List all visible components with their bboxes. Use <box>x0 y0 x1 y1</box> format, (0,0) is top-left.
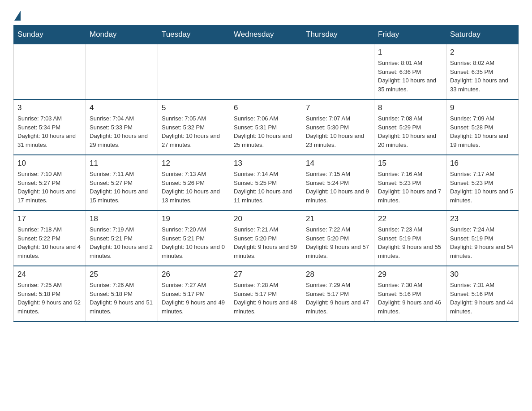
table-row: 2Sunrise: 8:02 AMSunset: 6:35 PMDaylight… <box>446 44 519 99</box>
table-row: 20Sunrise: 7:21 AMSunset: 5:20 PMDayligh… <box>230 210 302 266</box>
day-number: 25 <box>90 270 154 279</box>
day-number: 7 <box>306 103 370 112</box>
table-row <box>230 44 302 99</box>
table-row <box>14 44 86 99</box>
col-tuesday: Tuesday <box>158 26 230 44</box>
day-number: 9 <box>450 103 515 112</box>
table-row: 18Sunrise: 7:19 AMSunset: 5:21 PMDayligh… <box>86 210 158 266</box>
table-row: 29Sunrise: 7:30 AMSunset: 5:16 PMDayligh… <box>374 266 446 321</box>
day-number: 4 <box>90 103 154 112</box>
col-wednesday: Wednesday <box>230 26 302 44</box>
table-row: 4Sunrise: 7:04 AMSunset: 5:33 PMDaylight… <box>86 99 158 155</box>
table-row: 7Sunrise: 7:07 AMSunset: 5:30 PMDaylight… <box>302 99 374 155</box>
table-row: 30Sunrise: 7:31 AMSunset: 5:16 PMDayligh… <box>446 266 519 321</box>
day-info: Sunrise: 8:02 AMSunset: 6:35 PMDaylight:… <box>450 59 515 94</box>
day-info: Sunrise: 7:10 AMSunset: 5:27 PMDaylight:… <box>17 170 82 205</box>
day-number: 8 <box>378 103 442 112</box>
day-number: 2 <box>450 48 515 57</box>
logo <box>13 9 21 21</box>
calendar-table: Sunday Monday Tuesday Wednesday Thursday… <box>13 25 519 322</box>
day-info: Sunrise: 7:03 AMSunset: 5:34 PMDaylight:… <box>17 114 82 149</box>
table-row: 14Sunrise: 7:15 AMSunset: 5:24 PMDayligh… <box>302 155 374 210</box>
day-number: 24 <box>17 270 82 279</box>
day-info: Sunrise: 7:04 AMSunset: 5:33 PMDaylight:… <box>90 114 154 149</box>
table-row: 11Sunrise: 7:11 AMSunset: 5:27 PMDayligh… <box>86 155 158 210</box>
day-number: 15 <box>378 159 442 168</box>
day-info: Sunrise: 7:30 AMSunset: 5:16 PMDaylight:… <box>378 281 442 316</box>
day-number: 13 <box>234 159 298 168</box>
day-info: Sunrise: 7:07 AMSunset: 5:30 PMDaylight:… <box>306 114 370 149</box>
day-info: Sunrise: 7:31 AMSunset: 5:16 PMDaylight:… <box>450 281 515 316</box>
day-info: Sunrise: 7:25 AMSunset: 5:18 PMDaylight:… <box>17 281 82 316</box>
calendar-week-row: 10Sunrise: 7:10 AMSunset: 5:27 PMDayligh… <box>14 155 519 210</box>
day-info: Sunrise: 7:19 AMSunset: 5:21 PMDaylight:… <box>90 225 154 260</box>
day-info: Sunrise: 7:13 AMSunset: 5:26 PMDaylight:… <box>162 170 226 205</box>
day-info: Sunrise: 7:16 AMSunset: 5:23 PMDaylight:… <box>378 170 442 205</box>
day-number: 6 <box>234 103 298 112</box>
day-number: 30 <box>450 270 515 279</box>
table-row: 3Sunrise: 7:03 AMSunset: 5:34 PMDaylight… <box>14 99 86 155</box>
table-row: 10Sunrise: 7:10 AMSunset: 5:27 PMDayligh… <box>14 155 86 210</box>
day-number: 29 <box>378 270 442 279</box>
logo-triangle-icon <box>14 11 21 21</box>
table-row <box>158 44 230 99</box>
day-info: Sunrise: 8:01 AMSunset: 6:36 PMDaylight:… <box>378 59 442 94</box>
day-info: Sunrise: 7:18 AMSunset: 5:22 PMDaylight:… <box>17 225 82 260</box>
table-row: 27Sunrise: 7:28 AMSunset: 5:17 PMDayligh… <box>230 266 302 321</box>
day-number: 23 <box>450 214 515 223</box>
calendar-week-row: 24Sunrise: 7:25 AMSunset: 5:18 PMDayligh… <box>14 266 519 321</box>
day-number: 18 <box>90 214 154 223</box>
table-row: 16Sunrise: 7:17 AMSunset: 5:23 PMDayligh… <box>446 155 519 210</box>
day-info: Sunrise: 7:05 AMSunset: 5:32 PMDaylight:… <box>162 114 226 149</box>
calendar-week-row: 3Sunrise: 7:03 AMSunset: 5:34 PMDaylight… <box>14 99 519 155</box>
table-row: 15Sunrise: 7:16 AMSunset: 5:23 PMDayligh… <box>374 155 446 210</box>
col-sunday: Sunday <box>14 26 86 44</box>
day-number: 17 <box>17 214 82 223</box>
day-number: 26 <box>162 270 226 279</box>
table-row: 12Sunrise: 7:13 AMSunset: 5:26 PMDayligh… <box>158 155 230 210</box>
day-info: Sunrise: 7:06 AMSunset: 5:31 PMDaylight:… <box>234 114 298 149</box>
page-header <box>13 9 519 21</box>
day-number: 21 <box>306 214 370 223</box>
day-info: Sunrise: 7:15 AMSunset: 5:24 PMDaylight:… <box>306 170 370 205</box>
day-info: Sunrise: 7:23 AMSunset: 5:19 PMDaylight:… <box>378 225 442 260</box>
calendar-header-row: Sunday Monday Tuesday Wednesday Thursday… <box>14 26 519 44</box>
day-number: 10 <box>17 159 82 168</box>
table-row <box>302 44 374 99</box>
day-number: 19 <box>162 214 226 223</box>
col-friday: Friday <box>374 26 446 44</box>
day-info: Sunrise: 7:22 AMSunset: 5:20 PMDaylight:… <box>306 225 370 260</box>
calendar-week-row: 1Sunrise: 8:01 AMSunset: 6:36 PMDaylight… <box>14 44 519 99</box>
calendar-week-row: 17Sunrise: 7:18 AMSunset: 5:22 PMDayligh… <box>14 210 519 266</box>
day-info: Sunrise: 7:27 AMSunset: 5:17 PMDaylight:… <box>162 281 226 316</box>
day-number: 14 <box>306 159 370 168</box>
col-monday: Monday <box>86 26 158 44</box>
day-number: 5 <box>162 103 226 112</box>
table-row: 26Sunrise: 7:27 AMSunset: 5:17 PMDayligh… <box>158 266 230 321</box>
table-row: 28Sunrise: 7:29 AMSunset: 5:17 PMDayligh… <box>302 266 374 321</box>
col-saturday: Saturday <box>446 26 519 44</box>
day-number: 11 <box>90 159 154 168</box>
table-row: 1Sunrise: 8:01 AMSunset: 6:36 PMDaylight… <box>374 44 446 99</box>
table-row: 19Sunrise: 7:20 AMSunset: 5:21 PMDayligh… <box>158 210 230 266</box>
day-info: Sunrise: 7:28 AMSunset: 5:17 PMDaylight:… <box>234 281 298 316</box>
day-number: 1 <box>378 48 442 57</box>
day-number: 27 <box>234 270 298 279</box>
table-row: 6Sunrise: 7:06 AMSunset: 5:31 PMDaylight… <box>230 99 302 155</box>
day-number: 20 <box>234 214 298 223</box>
table-row: 23Sunrise: 7:24 AMSunset: 5:19 PMDayligh… <box>446 210 519 266</box>
day-info: Sunrise: 7:21 AMSunset: 5:20 PMDaylight:… <box>234 225 298 260</box>
day-info: Sunrise: 7:08 AMSunset: 5:29 PMDaylight:… <box>378 114 442 149</box>
table-row: 17Sunrise: 7:18 AMSunset: 5:22 PMDayligh… <box>14 210 86 266</box>
day-info: Sunrise: 7:11 AMSunset: 5:27 PMDaylight:… <box>90 170 154 205</box>
day-info: Sunrise: 7:24 AMSunset: 5:19 PMDaylight:… <box>450 225 515 260</box>
table-row <box>86 44 158 99</box>
day-info: Sunrise: 7:29 AMSunset: 5:17 PMDaylight:… <box>306 281 370 316</box>
table-row: 24Sunrise: 7:25 AMSunset: 5:18 PMDayligh… <box>14 266 86 321</box>
day-info: Sunrise: 7:14 AMSunset: 5:25 PMDaylight:… <box>234 170 298 205</box>
day-info: Sunrise: 7:09 AMSunset: 5:28 PMDaylight:… <box>450 114 515 149</box>
day-info: Sunrise: 7:17 AMSunset: 5:23 PMDaylight:… <box>450 170 515 205</box>
table-row: 21Sunrise: 7:22 AMSunset: 5:20 PMDayligh… <box>302 210 374 266</box>
table-row: 8Sunrise: 7:08 AMSunset: 5:29 PMDaylight… <box>374 99 446 155</box>
day-number: 22 <box>378 214 442 223</box>
